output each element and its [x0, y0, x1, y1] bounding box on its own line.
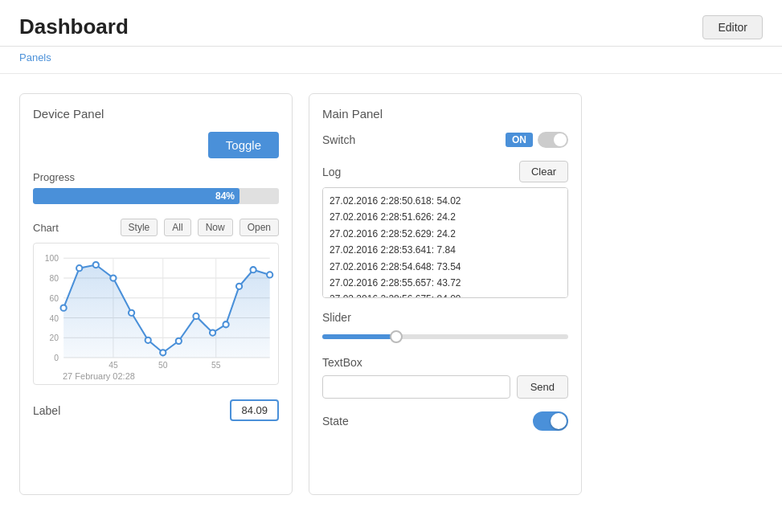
switch-control: ON	[506, 132, 568, 148]
log-box[interactable]: 27.02.2016 2:28:50.618: 54.0227.02.2016 …	[322, 187, 568, 298]
log-label: Log	[322, 166, 341, 178]
toggle-section: Toggle	[33, 132, 279, 158]
textbox-input[interactable]	[322, 375, 510, 399]
log-entry: 27.02.2016 2:28:52.629: 24.2	[330, 226, 561, 242]
chart-dot	[129, 310, 134, 316]
chart-dot	[93, 262, 99, 268]
log-entry: 27.02.2016 2:28:55.657: 43.72	[330, 275, 561, 291]
progress-text: 84%	[215, 190, 235, 202]
chart-header: Chart Style All Now Open	[33, 219, 279, 236]
main-panel-title: Main Panel	[322, 107, 568, 121]
log-entry: 27.02.2016 2:28:54.648: 73.54	[330, 259, 561, 275]
log-entry: 27.02.2016 2:28:50.618: 54.02	[330, 193, 561, 209]
main-content: Device Panel Toggle Progress 84% Chart S…	[0, 74, 782, 514]
svg-text:60: 60	[49, 294, 59, 303]
state-row: State	[322, 411, 568, 431]
chart-style-button[interactable]: Style	[121, 219, 158, 236]
chart-dot	[76, 265, 82, 271]
log-header: Log Clear	[322, 161, 568, 182]
switch-label: Switch	[322, 133, 355, 146]
clear-button[interactable]: Clear	[519, 161, 568, 182]
chart-date-label: 27 February 02:28	[34, 371, 278, 381]
svg-text:80: 80	[49, 274, 59, 283]
chart-now-button[interactable]: Now	[198, 219, 233, 236]
svg-text:50: 50	[158, 361, 168, 370]
svg-text:40: 40	[49, 314, 59, 323]
editor-button[interactable]: Editor	[702, 15, 763, 39]
slider-fill	[322, 334, 396, 339]
svg-text:100: 100	[45, 254, 59, 263]
textbox-row: Send	[322, 375, 568, 399]
toggle-button[interactable]: Toggle	[208, 132, 279, 158]
log-entry: 27.02.2016 2:28:56.675: 84.09	[330, 291, 561, 298]
slider-thumb[interactable]	[390, 330, 403, 343]
state-toggle[interactable]	[533, 411, 568, 431]
chart-dot	[223, 321, 228, 327]
log-section: Log Clear 27.02.2016 2:28:50.618: 54.022…	[322, 161, 568, 298]
log-entry: 27.02.2016 2:28:53.641: 7.84	[330, 242, 561, 258]
chart-open-button[interactable]: Open	[240, 219, 279, 236]
chart-dot	[250, 267, 256, 272]
chart-svg: 100 80 60 40 20 0 45 50 55	[34, 250, 278, 370]
device-panel-title: Device Panel	[33, 107, 279, 121]
slider-label: Slider	[322, 311, 568, 324]
send-button[interactable]: Send	[517, 375, 568, 399]
chart-section: Chart Style All Now Open	[33, 219, 279, 385]
main-panel: Main Panel Switch ON Log Clear 27.02.201…	[309, 93, 582, 495]
chart-all-button[interactable]: All	[164, 219, 190, 236]
switch-on-badge: ON	[506, 133, 533, 147]
log-entry: 27.02.2016 2:28:51.626: 24.2	[330, 209, 561, 225]
page-title: Dashboard	[19, 14, 129, 39]
chart-area: 100 80 60 40 20 0 45 50 55	[33, 243, 279, 385]
textbox-label: TextBox	[322, 356, 568, 369]
chart-dot	[110, 275, 116, 280]
chart-dot	[236, 284, 242, 289]
switch-toggle[interactable]	[538, 132, 568, 148]
switch-row: Switch ON	[322, 132, 568, 148]
progress-bar-fill: 84%	[33, 188, 240, 204]
chart-dot	[160, 350, 166, 355]
chart-dot	[176, 338, 182, 344]
svg-text:55: 55	[211, 361, 221, 370]
chart-dot	[193, 313, 199, 319]
chart-area-fill	[63, 265, 270, 358]
svg-text:20: 20	[49, 334, 59, 342]
chart-dot	[267, 272, 272, 277]
slider-track	[322, 334, 568, 339]
progress-section: Progress 84%	[33, 171, 279, 204]
svg-text:0: 0	[54, 354, 59, 362]
label-value: 84.09	[230, 399, 279, 421]
state-label: State	[322, 415, 349, 428]
progress-bar-background: 84%	[33, 188, 279, 204]
label-section: Label 84.09	[33, 399, 279, 421]
slider-section: Slider	[322, 311, 568, 343]
panels-link[interactable]: Panels	[0, 47, 782, 74]
chart-dot	[145, 338, 151, 343]
label-name: Label	[33, 404, 60, 417]
chart-dot	[210, 329, 215, 335]
textbox-section: TextBox Send	[322, 356, 568, 399]
device-panel: Device Panel Toggle Progress 84% Chart S…	[19, 93, 293, 495]
header: Dashboard Editor	[0, 0, 782, 47]
chart-dot	[60, 305, 66, 311]
progress-label: Progress	[33, 171, 279, 183]
svg-text:45: 45	[108, 361, 118, 370]
chart-title: Chart	[33, 222, 59, 234]
